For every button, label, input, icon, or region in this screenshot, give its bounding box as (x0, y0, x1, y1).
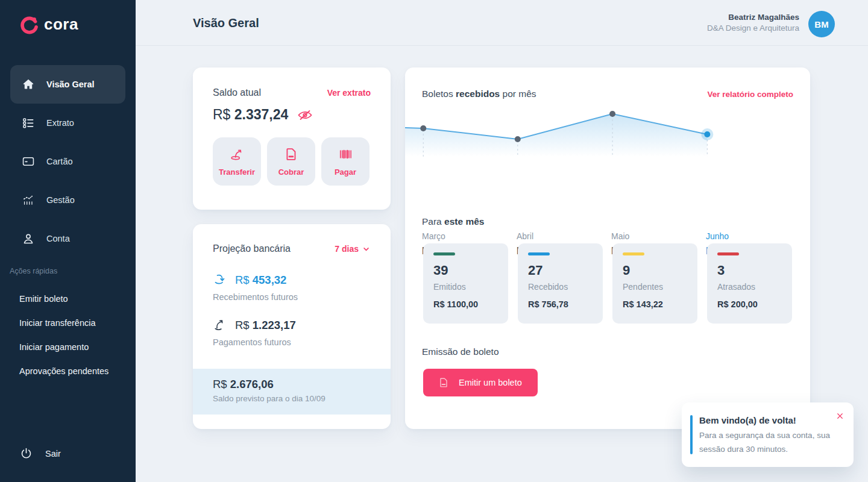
month-name: Maio (611, 231, 702, 241)
incoming-amount: R$ 453,32 (235, 274, 286, 287)
cora-logo[interactable]: cora (19, 16, 78, 35)
sidebar-item-label: Conta (46, 234, 70, 243)
user-block: Beatriz Magalhães D&A Design e Arquitetu… (707, 13, 799, 33)
stat-color-bar (623, 252, 644, 255)
quick-action-emitir-boleto[interactable]: Emitir boleto (0, 287, 136, 311)
list-icon (22, 116, 35, 130)
toast-accent-bar (690, 415, 693, 454)
projection-card-title: Projeção bancária (213, 243, 291, 254)
stat-count: 3 (717, 263, 782, 278)
quick-action-iniciar-pagamento[interactable]: Iniciar pagamento (0, 335, 136, 359)
logout-button[interactable]: Sair (19, 446, 61, 460)
quick-action-iniciar-transferencia[interactable]: Iniciar transferência (0, 311, 136, 335)
avatar[interactable]: BM (808, 11, 835, 37)
stat-color-bar (528, 252, 550, 255)
boletos-chart (405, 99, 810, 157)
balance-amount: R$ 2.337,24 (213, 107, 288, 123)
stat-label: Emitidos (433, 282, 498, 292)
projection-forecast: R$ 2.676,06 Saldo previsto para o dia 10… (193, 369, 391, 415)
tile-label: Transferir (219, 167, 255, 177)
sidebar-item-label: Visão Geral (46, 80, 95, 89)
page-title: Visão Geral (193, 16, 259, 30)
document-icon (438, 377, 450, 389)
document-icon (283, 146, 299, 162)
transferir-button[interactable]: Transferir (213, 137, 261, 186)
sidebar-item-label: Cartão (46, 157, 73, 166)
view-statement-link[interactable]: Ver extrato (327, 88, 371, 98)
stat-value: R$ 1100,00 (433, 299, 498, 309)
cora-logo-icon (19, 16, 39, 35)
stat-value: R$ 756,78 (528, 299, 593, 309)
stat-count: 27 (528, 263, 593, 278)
home-icon (22, 78, 35, 91)
stat-value: R$ 200,00 (717, 299, 782, 309)
forecast-amount: R$ 2.676,06 (213, 378, 371, 391)
emit-boleto-label: Emitir um boleto (459, 378, 522, 387)
balance-card-title: Saldo atual (213, 87, 261, 98)
outgoing-amount: R$ 1.223,17 (235, 319, 296, 332)
sidebar-item-gestao[interactable]: Gestão (10, 181, 125, 219)
barcode-icon (338, 146, 353, 162)
chart-point-maio (609, 111, 615, 117)
overview-card: Boletos recebidos por mês Ver relatório … (405, 67, 810, 429)
stat-label: Recebidos (528, 282, 593, 292)
toast-title: Bem vindo(a) de volta! (699, 415, 796, 425)
forecast-label: Saldo previsto para o dia 10/09 (213, 394, 371, 403)
sidebar-item-label: Gestão (46, 195, 75, 205)
close-icon[interactable] (835, 412, 844, 421)
quick-actions-list: Emitir boletoIniciar transferênciaInicia… (0, 287, 136, 383)
chart-point-junho (704, 131, 710, 137)
cobrar-button[interactable]: Cobrar (267, 137, 315, 186)
stat-count: 39 (433, 263, 498, 278)
chart-icon (22, 193, 35, 207)
welcome-toast: Bem vindo(a) de volta! Para a segurança … (682, 402, 854, 467)
header: Visão Geral Beatriz Magalhães D&A Design… (136, 0, 868, 46)
toast-body: Para a segurança da sua conta, sua sessã… (699, 429, 834, 457)
quick-action-aprovacoes-pendentes[interactable]: Aprovações pendentes (0, 359, 136, 383)
stat-label: Pendentes (623, 282, 687, 292)
stat-count: 9 (623, 263, 687, 278)
chart-point-abril (515, 136, 521, 142)
eye-off-icon[interactable] (297, 108, 313, 122)
month-name: Março (422, 231, 512, 241)
month-name: Abril (517, 231, 607, 241)
projection-card: Projeção bancária 7 dias R$ 453,32 Receb… (193, 224, 391, 429)
stat-color-bar (433, 252, 455, 255)
outgoing-label: Pagamentos futuros (213, 337, 371, 347)
stat-label: Atrasados (717, 282, 782, 292)
balance-actions: TransferirCobrarPagar (213, 137, 371, 186)
stat-card-pendentes: 9PendentesR$ 143,22 (612, 243, 697, 324)
arrow-in-icon (213, 272, 228, 287)
stat-card-emitidos: 39EmitidosR$ 1100,00 (423, 243, 508, 324)
sidebar-nav: Visão GeralExtratoCartãoGestãoConta (0, 65, 136, 258)
stat-card-atrasados: 3AtrasadosR$ 200,00 (707, 243, 792, 324)
sidebar-item-visao-geral[interactable]: Visão Geral (10, 65, 125, 104)
sidebar-item-conta[interactable]: Conta (10, 219, 125, 258)
full-report-link[interactable]: Ver relatório completo (707, 90, 793, 99)
cora-logo-text: cora (44, 16, 78, 34)
chart-point-marco (420, 125, 426, 131)
period-label: 7 dias (335, 244, 359, 254)
transfer-icon (229, 146, 245, 162)
sidebar-item-cartao[interactable]: Cartão (10, 142, 125, 181)
quick-actions-title: Ações rápidas (10, 267, 57, 275)
tile-label: Pagar (335, 167, 356, 177)
stat-card-recebidos: 27RecebidosR$ 756,78 (518, 243, 603, 324)
this-month-title: Para este mês (422, 216, 484, 227)
boletos-chart-title: Boletos recebidos por mês (422, 89, 536, 99)
user-company: D&A Design e Arquitetura (707, 23, 799, 33)
user-icon (22, 232, 35, 245)
card-icon (22, 155, 35, 168)
balance-card: Saldo atual Ver extrato R$ 2.337,24 Tran… (193, 67, 391, 210)
arrow-out-icon (213, 318, 228, 333)
emit-boleto-button[interactable]: Emitir um boleto (423, 369, 538, 396)
sidebar-item-extrato[interactable]: Extrato (10, 104, 125, 142)
pagar-button[interactable]: Pagar (321, 137, 370, 186)
stat-value: R$ 143,22 (623, 299, 687, 309)
sidebar-item-label: Extrato (46, 118, 74, 128)
chevron-down-icon (362, 245, 371, 254)
tile-label: Cobrar (278, 167, 304, 177)
period-dropdown[interactable]: 7 dias (335, 244, 371, 254)
power-icon (19, 446, 33, 460)
logout-label: Sair (45, 449, 61, 459)
